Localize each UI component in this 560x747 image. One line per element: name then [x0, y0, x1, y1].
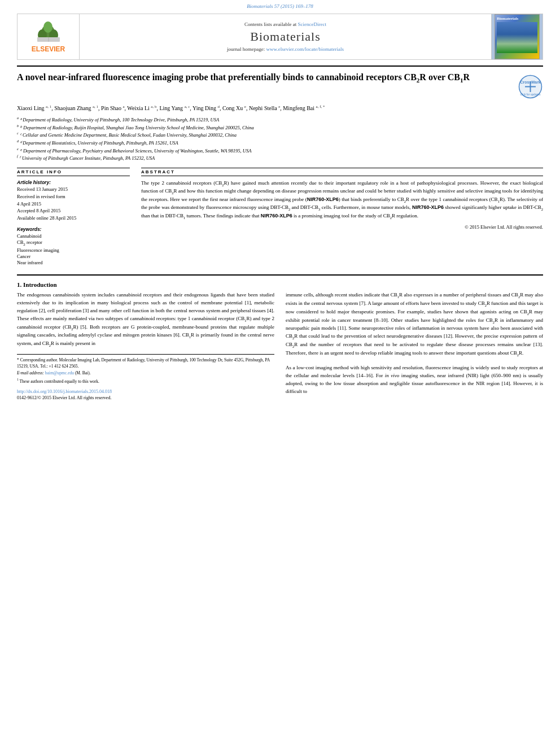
- journal-homepage-line: journal homepage: www.elsevier.com/locat…: [227, 46, 344, 52]
- citation-text: Biomaterials 57 (2015) 169–178: [247, 3, 313, 9]
- abstract-header: ABSTRACT: [141, 168, 543, 176]
- keywords-section: Keywords: Cannabinoid CB2 receptor Fluor…: [17, 226, 130, 265]
- copyright-line: © 2015 Elsevier Ltd. All rights reserved…: [141, 224, 543, 230]
- intro-section-title: 1. Introduction: [17, 281, 543, 288]
- keywords-label: Keywords:: [17, 226, 130, 232]
- sciencedirect-line: Contents lists available at ScienceDirec…: [244, 21, 326, 27]
- body-col-right: immune cells, although recent studies in…: [286, 291, 543, 400]
- svg-text:click for updates: click for updates: [520, 93, 541, 96]
- footnote-corresponding: * Corresponding author. Molecular Imagin…: [17, 357, 274, 369]
- affiliation-f: f ᶠ University of Pittsburgh Cancer Inst…: [17, 154, 543, 162]
- affiliation-d: d ᵈ Department of Biostatistics, Univers…: [17, 139, 543, 147]
- article-info-header: ARTICLE INFO: [17, 168, 130, 176]
- affiliations: a ᵃ Department of Radiology, University …: [17, 116, 543, 161]
- crossmark-badge[interactable]: CrossMark click for updates: [518, 74, 543, 99]
- affiliation-b: b ᵇ Department of Radiology, Ruijin Hosp…: [17, 124, 543, 132]
- affiliation-c: c ᶜ Cellular and Genetic Medicine Depart…: [17, 131, 543, 139]
- elsevier-tree-icon: [29, 20, 68, 43]
- body-section: 1. Introduction The endogenous cannabino…: [17, 274, 543, 400]
- journal-cover-area: Biomaterials: [492, 14, 542, 59]
- received-revised-date: 4 April 2015: [17, 201, 130, 208]
- article-top-divider: [17, 65, 543, 67]
- footnote-email: E-mail address: baim@upmc.edu (M. Bai).: [17, 370, 274, 377]
- intro-col2-text2: As a low-cost imaging method with high s…: [286, 364, 543, 396]
- intro-col1-text: The endogenous cannabinoids system inclu…: [17, 291, 274, 348]
- publisher-logo-area: ELSEVIER: [18, 14, 80, 59]
- keyword-cancer: Cancer: [17, 254, 130, 259]
- main-content: A novel near-infrared fluorescence imagi…: [0, 65, 560, 400]
- body-col-left: The endogenous cannabinoids system inclu…: [17, 291, 274, 400]
- elsevier-brand-text: ELSEVIER: [32, 45, 65, 53]
- footnote-section: * Corresponding author. Molecular Imagin…: [17, 354, 274, 385]
- keyword-cannabinoid: Cannabinoid: [17, 233, 130, 239]
- accepted-date: Accepted 8 April 2015: [17, 208, 130, 215]
- cover-title-text: Biomaterials: [497, 16, 518, 21]
- citation-bar: Biomaterials 57 (2015) 169–178: [0, 0, 560, 10]
- body-two-col: The endogenous cannabinoids system inclu…: [17, 291, 543, 400]
- keyword-fluorescence: Fluorescence imaging: [17, 247, 130, 253]
- svg-point-4: [43, 21, 53, 33]
- article-info-abstract-section: ARTICLE INFO Article history: Received 1…: [17, 168, 543, 266]
- journal-info-center: Contents lists available at ScienceDirec…: [80, 14, 492, 59]
- issn-line: 0142-9612/© 2015 Elsevier Ltd. All right…: [17, 395, 274, 400]
- keyword-cb2: CB2 receptor: [17, 239, 130, 247]
- journal-name: Biomaterials: [250, 29, 320, 44]
- received-date: Received 13 January 2015: [17, 186, 130, 193]
- abstract-col: ABSTRACT The type 2 cannabinoid receptor…: [141, 168, 543, 266]
- page: Biomaterials 57 (2015) 169–178 ELSEVIER …: [0, 0, 560, 747]
- journal-header: ELSEVIER Contents lists available at Sci…: [17, 14, 543, 60]
- authors-line: Xiaoxi Ling a, 1, Shaojuan Zhang a, 1, P…: [17, 104, 543, 112]
- history-label: Article history:: [17, 180, 130, 185]
- article-title-section: A novel near-infrared fluorescence imagi…: [17, 71, 543, 99]
- crossmark-icon: CrossMark click for updates: [518, 74, 543, 99]
- email-link[interactable]: baim@upmc.edu: [45, 370, 74, 375]
- cover-illustration: [497, 22, 537, 53]
- doi-link[interactable]: http://dx.doi.org/10.1016/j.biomaterials…: [17, 389, 112, 394]
- keyword-nir: Near infrared: [17, 260, 130, 265]
- journal-homepage-link[interactable]: www.elsevier.com/locate/biomaterials: [266, 46, 344, 52]
- intro-col2-text: immune cells, although recent studies in…: [286, 291, 543, 358]
- sciencedirect-link[interactable]: ScienceDirect: [298, 21, 326, 27]
- journal-cover-image: Biomaterials: [495, 14, 540, 59]
- doi-line[interactable]: http://dx.doi.org/10.1016/j.biomaterials…: [17, 389, 274, 394]
- article-title: A novel near-infrared fluorescence imagi…: [17, 71, 518, 85]
- received-revised: Received in revised form: [17, 194, 130, 200]
- affiliation-a: a ᵃ Department of Radiology, University …: [17, 116, 543, 124]
- article-info-col: ARTICLE INFO Article history: Received 1…: [17, 168, 130, 266]
- affiliation-e: e ᵉ Department of Pharmacology, Psychiat…: [17, 147, 543, 155]
- abstract-text: The type 2 cannabinoid receptors (CB2R) …: [141, 180, 543, 221]
- available-date: Available online 28 April 2015: [17, 215, 130, 222]
- footnote-equal-contrib: 1 These authors contributed equally to t…: [17, 378, 274, 385]
